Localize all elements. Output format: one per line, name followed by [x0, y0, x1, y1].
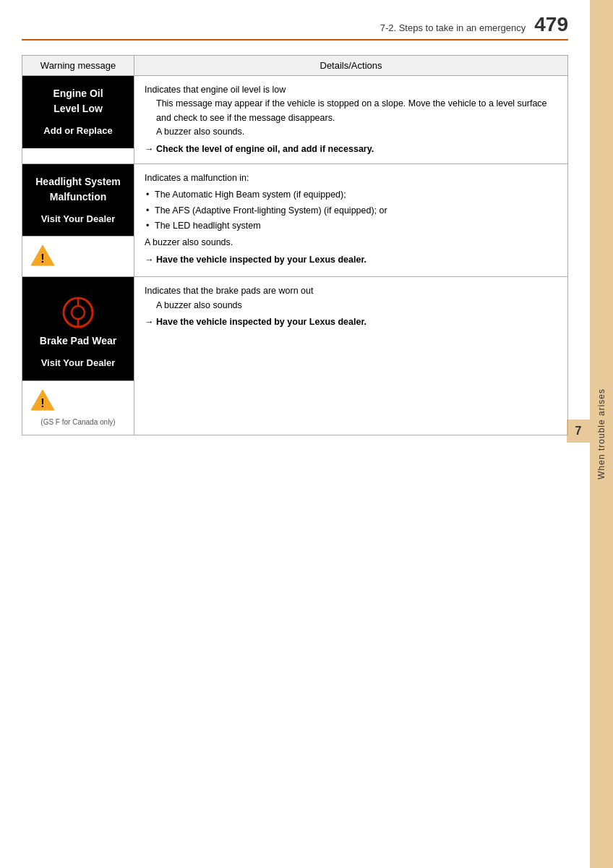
page-number: 479 — [534, 14, 568, 35]
engine-oil-line3: Add or Replace — [30, 124, 127, 138]
side-tab-label: When trouble arises — [596, 388, 606, 480]
brake-line2: Visit Your Dealer — [30, 356, 127, 370]
details-content-brake: Indicates that the brake pads are worn o… — [134, 277, 567, 336]
side-tab: When trouble arises — [590, 0, 613, 868]
details-action: → Check the level of engine oil, and add… — [145, 142, 557, 156]
canada-note: (GS F for Canada only) — [30, 415, 127, 429]
brake-icon-cell: ! (GS F for Canada only) — [22, 380, 134, 435]
brake-pad-icon — [61, 296, 95, 329]
warning-display-engine-oil: Engine Oil Level Low Add or Replace — [22, 76, 134, 148]
details-content-headlight: Indicates a malfunction in: The Automati… — [134, 164, 567, 274]
details-action: → Have the vehicle inspected by your Lex… — [145, 253, 557, 267]
details-action: → Have the vehicle inspected by your Lex… — [145, 315, 557, 329]
headlight-icon-cell: ! — [22, 236, 134, 276]
bullet-item: The Automatic High Beam system (if equip… — [145, 188, 557, 202]
details-buzzer: A buzzer also sounds. — [156, 125, 557, 139]
svg-text:!: ! — [40, 397, 44, 409]
headlight-warning-triangle-icon: ! — [30, 242, 56, 268]
page-header: 7-2. Steps to take in an emergency 479 — [22, 14, 568, 41]
bullet-item: The AFS (Adaptive Front-lighting System)… — [145, 204, 557, 218]
warning-cell-brake: Brake Pad Wear Visit Your Dealer ! (GS F… — [22, 277, 134, 435]
details-cell-engine-oil: Indicates that engine oil level is low T… — [134, 76, 568, 164]
warning-table: Warning message Details/Actions Engine O… — [22, 55, 568, 435]
warning-cell-engine-oil: Engine Oil Level Low Add or Replace — [22, 76, 134, 164]
details-intro: Indicates that engine oil level is low — [145, 83, 557, 97]
details-intro: Indicates that the brake pads are worn o… — [145, 284, 557, 298]
svg-point-3 — [72, 306, 85, 319]
headlight-line3: Visit Your Dealer — [30, 212, 127, 226]
bullet-item: The LED headlight system — [145, 219, 557, 233]
warning-display-brake: Brake Pad Wear Visit Your Dealer — [22, 277, 134, 380]
details-cell-headlight: Indicates a malfunction in: The Automati… — [134, 163, 568, 277]
col-header-warning: Warning message — [22, 56, 134, 76]
headlight-line1: Headlight System — [30, 174, 127, 190]
svg-text:!: ! — [40, 252, 44, 265]
brake-icon-wrap — [30, 287, 127, 333]
warning-display-headlight: Headlight System Malfunction Visit Your … — [22, 164, 134, 237]
details-intro: Indicates a malfunction in: — [145, 171, 557, 185]
details-content-engine-oil: Indicates that engine oil level is low T… — [134, 76, 567, 163]
section-title: 7-2. Steps to take in an emergency — [380, 22, 526, 33]
engine-oil-line1: Engine Oil — [30, 86, 127, 101]
table-row: Brake Pad Wear Visit Your Dealer ! (GS F… — [22, 277, 568, 435]
main-content: 7-2. Steps to take in an emergency 479 W… — [0, 0, 590, 450]
details-body: This message may appear if the vehicle i… — [156, 97, 557, 125]
engine-oil-line2: Level Low — [30, 101, 127, 116]
table-row: Headlight System Malfunction Visit Your … — [22, 163, 568, 277]
brake-warning-triangle-icon: ! — [30, 387, 56, 413]
brake-line1: Brake Pad Wear — [30, 333, 127, 349]
details-bullets: The Automatic High Beam system (if equip… — [145, 188, 557, 233]
details-buzzer: A buzzer also sounds. — [145, 236, 557, 250]
table-row: Engine Oil Level Low Add or Replace Indi… — [22, 76, 568, 164]
details-cell-brake: Indicates that the brake pads are worn o… — [134, 277, 568, 435]
details-buzzer: A buzzer also sounds — [156, 299, 557, 312]
headlight-line2: Malfunction — [30, 190, 127, 205]
warning-cell-headlight: Headlight System Malfunction Visit Your … — [22, 163, 134, 277]
col-header-details: Details/Actions — [134, 56, 568, 76]
